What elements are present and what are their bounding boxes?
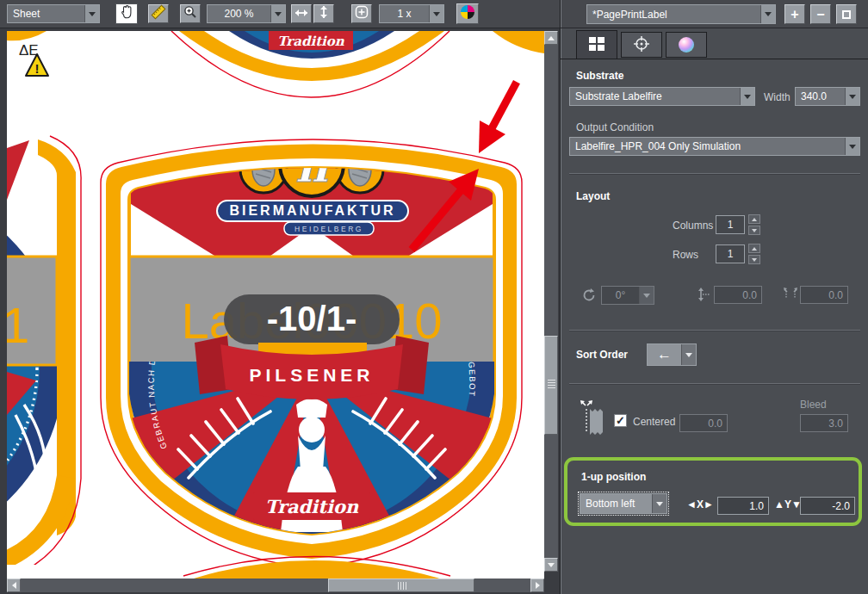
plus-icon: +	[790, 7, 798, 22]
chevron-down-icon[interactable]	[845, 88, 859, 105]
triangle-up-icon	[548, 36, 555, 40]
output-condition-select[interactable]: Labelfire_HPR_004 Only Simulation	[569, 137, 860, 156]
ruler-icon	[151, 4, 166, 23]
sheet-canvas[interactable]: Tradition 1	[7, 31, 544, 579]
scroll-down-button[interactable]	[544, 558, 558, 572]
columns-input[interactable]: 1	[716, 215, 745, 234]
product-banner-text: PILSENER	[249, 365, 374, 385]
scale-factor-value: 1 x	[380, 5, 429, 22]
chevron-down-icon[interactable]	[681, 344, 696, 365]
grid-icon	[588, 36, 605, 54]
sort-order-select[interactable]: ←	[647, 343, 697, 366]
scroll-left-button[interactable]	[7, 579, 21, 592]
pan-tool-button[interactable]	[115, 3, 138, 24]
width-label: Width	[764, 91, 790, 103]
preset-value: *PagePrintLabel	[587, 5, 760, 23]
rows-input[interactable]: 1	[716, 244, 745, 263]
tab-color[interactable]	[666, 32, 707, 58]
sheet-canvas-area: Tradition 1	[0, 28, 560, 594]
bleed-label: Bleed	[800, 399, 827, 411]
rotation-select[interactable]: 0°	[601, 286, 654, 305]
centered-offset-input[interactable]: 0.0	[679, 414, 728, 432]
chevron-down-icon[interactable]	[652, 494, 666, 513]
rows-stepper	[748, 244, 760, 264]
scroll-up-button[interactable]	[544, 31, 558, 45]
chevron-down-icon[interactable]	[845, 138, 859, 155]
scroll-right-button[interactable]	[530, 579, 544, 592]
fit-width-button[interactable]	[291, 4, 312, 23]
substrate-select[interactable]: Substrate Labelfire	[569, 87, 755, 106]
tab-layout[interactable]	[576, 30, 617, 59]
anchor-select[interactable]: Bottom left	[580, 493, 667, 514]
chevron-down-icon[interactable]	[429, 5, 443, 22]
chevron-down-icon[interactable]	[84, 5, 99, 22]
magnifier-plus-icon	[183, 5, 197, 22]
substrate-align-icon	[580, 399, 605, 437]
remove-preset-button[interactable]: −	[810, 4, 831, 24]
scale-factor-select[interactable]: 1 x	[379, 4, 444, 23]
triangle-left-icon	[12, 582, 16, 589]
horizontal-gap-icon	[783, 287, 798, 303]
hand-icon	[120, 4, 133, 23]
rows-label: Rows	[673, 249, 698, 261]
zoom-level-select[interactable]: 200 %	[207, 4, 286, 23]
minus-icon: −	[816, 7, 824, 22]
triangle-right-icon	[536, 582, 540, 589]
columns-stepper	[748, 214, 760, 235]
fit-height-button[interactable]	[313, 4, 334, 23]
vertical-gap-input[interactable]: 0.0	[714, 286, 762, 304]
horizontal-gap-input[interactable]: 0.0	[800, 286, 848, 304]
view-mode-select[interactable]: Sheet	[7, 4, 100, 23]
chevron-down-icon[interactable]	[760, 5, 775, 23]
spin-up-button[interactable]	[748, 244, 760, 253]
x-offset-input[interactable]: 1.0	[717, 497, 769, 515]
chevron-down-icon[interactable]	[270, 5, 285, 22]
view-mode-value: Sheet	[8, 5, 84, 22]
substrate-width-value: 340.0	[796, 88, 845, 105]
chevron-down-icon	[639, 287, 654, 304]
substrate-heading: Substrate	[576, 70, 623, 82]
delta-e-indicator[interactable]: ΔE !	[19, 42, 48, 76]
spin-down-button[interactable]	[748, 255, 760, 264]
crosshair-icon	[633, 35, 650, 55]
separations-button[interactable]	[456, 3, 479, 24]
substrate-value: Substrate Labelfire	[570, 88, 740, 105]
one-up-position-highlight: 1-up position Bottom left ◄X► 1.0 ▲Y▼ -2…	[564, 457, 862, 526]
vertical-arrows-icon	[319, 5, 329, 22]
output-condition-value: Labelfire_HPR_004 Only Simulation	[570, 138, 845, 155]
vertical-scrollbar[interactable]	[544, 31, 558, 572]
preset-select[interactable]: *PagePrintLabel	[586, 4, 776, 24]
brand-banner-text: BIERMANUFAKTUR	[229, 203, 395, 218]
tradition-banner-text: Tradition	[265, 496, 359, 517]
anchor-value: Bottom left	[580, 494, 652, 513]
horizontal-scroll-thumb[interactable]	[328, 579, 474, 592]
spin-up-button[interactable]	[748, 214, 760, 224]
centered-checkbox[interactable]: ✓	[614, 414, 627, 427]
partial-label-bottom	[183, 557, 450, 579]
rotation-icon	[581, 288, 597, 306]
label-artwork: Tradition 1	[7, 31, 544, 579]
chevron-down-icon[interactable]	[740, 88, 754, 105]
marquee-zoom-button[interactable]	[351, 4, 372, 23]
vertical-scroll-thumb[interactable]	[544, 336, 558, 435]
tab-registration[interactable]	[621, 32, 662, 58]
bleed-input[interactable]: 3.0	[800, 414, 848, 432]
one-up-heading: 1-up position	[581, 471, 646, 483]
partial-label-number: 1	[7, 297, 29, 353]
horizontal-scrollbar[interactable]	[7, 579, 544, 592]
substrate-width-select[interactable]: 340.0	[795, 87, 860, 106]
zoom-region-icon	[355, 5, 369, 22]
partial-label-left: 1	[7, 136, 81, 579]
y-offset-input[interactable]: -2.0	[800, 497, 855, 515]
columns-label: Columns	[673, 220, 713, 232]
triangle-down-icon	[548, 563, 555, 567]
overlay-count-text: -10/1-	[267, 300, 357, 337]
y-offset-label: ▲Y▼	[774, 498, 802, 510]
add-preset-button[interactable]: +	[784, 4, 805, 24]
zoom-tool-button[interactable]	[180, 4, 201, 23]
maximize-panel-button[interactable]	[836, 4, 857, 24]
cmyk-colors-icon	[460, 4, 475, 23]
spin-down-button[interactable]	[748, 226, 760, 235]
output-condition-label: Output Condition	[576, 121, 654, 133]
measure-tool-button[interactable]	[148, 4, 169, 23]
